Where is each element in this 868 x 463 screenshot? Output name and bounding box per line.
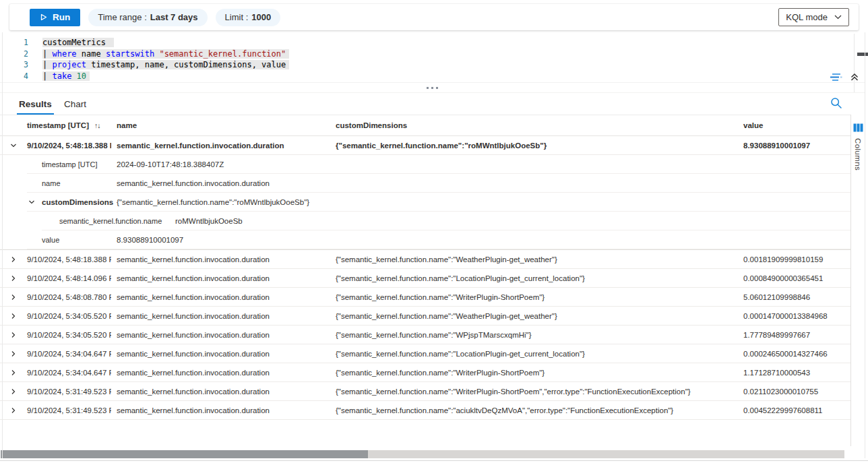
editor-line-number: 3 xyxy=(0,60,28,69)
detail-label: timestamp [UTC] xyxy=(42,155,98,174)
run-button[interactable]: Run xyxy=(30,9,80,26)
cell-value: 1.77789489997667 xyxy=(738,331,850,339)
table-row[interactable]: 9/10/2024, 5:48:14.096 PM semantic_kerne… xyxy=(0,269,850,288)
detail-label: name xyxy=(42,174,61,193)
chevron-right-icon xyxy=(10,369,17,376)
column-header-value[interactable]: value xyxy=(738,121,850,129)
cell-customdimensions: {"semantic_kernel.function.name":"Weathe… xyxy=(330,255,738,264)
horizontal-scrollbar[interactable] xyxy=(1,450,844,458)
cell-timestamp: 9/10/2024, 5:48:08.780 PM xyxy=(27,293,111,301)
table-row[interactable]: 9/10/2024, 5:34:04.647 PM semantic_kerne… xyxy=(0,344,850,363)
editor-line-number: 4 xyxy=(0,71,28,81)
time-range-label: Time range : xyxy=(98,12,147,22)
cell-timestamp: 9/10/2024, 5:31:49.523 PM xyxy=(27,406,111,414)
table-row[interactable]: 9/10/2024, 5:34:05.520 PM semantic_kerne… xyxy=(0,326,850,344)
horizontal-scrollbar-thumb[interactable] xyxy=(1,450,368,458)
editor-line[interactable]: 1customMetrics xyxy=(0,37,854,49)
table-row[interactable]: 9/10/2024, 5:34:05.520 PM semantic_kerne… xyxy=(0,307,850,326)
expand-row-chevron[interactable] xyxy=(0,332,27,338)
table-row[interactable]: 9/10/2024, 5:48:08.780 PM semantic_kerne… xyxy=(0,288,850,307)
expand-row-chevron[interactable] xyxy=(0,369,27,376)
chevron-down-icon xyxy=(834,15,842,20)
limit-picker[interactable]: Limit : 1000 xyxy=(216,9,281,26)
page-bottom-border xyxy=(0,460,868,461)
cell-timestamp: 9/10/2024, 5:31:49.523 PM xyxy=(27,388,111,396)
editor-code: customMetrics xyxy=(42,38,114,47)
collapse-editor-button[interactable] xyxy=(848,71,861,83)
detail-label: semantic_kernel.function.name xyxy=(59,212,162,230)
column-header-name[interactable]: name xyxy=(111,121,330,129)
column-header-timestamp[interactable]: timestamp [UTC] ↑↓ xyxy=(27,121,111,129)
editor-line[interactable]: 2| where name startswith "semantic_kerne… xyxy=(0,49,854,60)
table-row[interactable]: 9/10/2024, 5:48:18.388 PM semantic_kerne… xyxy=(0,250,850,269)
limit-value: 1000 xyxy=(251,12,271,22)
editor-scrollbar-thumb[interactable] xyxy=(857,53,868,56)
editor-code: | take 10 xyxy=(42,71,90,81)
expand-row-chevron[interactable] xyxy=(0,256,27,263)
sort-arrows-icon[interactable]: ↑↓ xyxy=(94,121,100,129)
detail-row-value: value 8.93088910001097 xyxy=(0,230,850,249)
time-range-picker[interactable]: Time range : Last 7 days xyxy=(88,9,207,26)
logs-query-page: Run Time range : Last 7 days Limit : 100… xyxy=(0,0,868,463)
cell-value: 0.00452229997608811 xyxy=(738,406,850,414)
play-icon xyxy=(40,13,47,21)
collapse-row-chevron[interactable] xyxy=(0,142,27,149)
cell-customdimensions: {"semantic_kernel.function.name":"WPjspT… xyxy=(330,331,738,339)
columns-panel-label: Columns xyxy=(854,138,862,171)
detail-label: value xyxy=(42,230,59,249)
table-row[interactable]: 9/10/2024, 5:31:49.523 PM semantic_kerne… xyxy=(0,382,850,401)
cell-customdimensions: {"semantic_kernel.function.name":"roMWnt… xyxy=(330,142,738,150)
editor-line[interactable]: 4| take 10 xyxy=(0,71,854,82)
cell-timestamp: 9/10/2024, 5:34:04.647 PM xyxy=(27,350,111,358)
editor-line[interactable]: 3| project timestamp, name, customDimens… xyxy=(0,59,854,71)
detail-value: 2024-09-10T17:48:18.388407Z xyxy=(117,155,224,174)
expand-row-chevron[interactable] xyxy=(0,294,27,301)
table-row[interactable]: 9/10/2024, 5:31:49.523 PM semantic_kerne… xyxy=(0,401,850,420)
table-row[interactable]: 9/10/2024, 5:34:04.647 PM semantic_kerne… xyxy=(0,363,850,382)
cell-name: semantic_kernel.function.invocation.dura… xyxy=(111,369,330,377)
detail-row-customdimensions[interactable]: customDimensions {"semantic_kernel.funct… xyxy=(0,193,850,212)
tab-chart[interactable]: Chart xyxy=(64,93,86,115)
cell-value: 0.00084900000365451 xyxy=(738,274,850,282)
limit-label: Limit : xyxy=(225,12,249,22)
chevron-right-icon xyxy=(10,256,17,263)
column-header-customdimensions[interactable]: customDimensions xyxy=(330,121,738,129)
cell-value: 0.00181909999810159 xyxy=(738,255,850,264)
columns-panel-toggle[interactable]: Columns xyxy=(850,115,865,446)
chevron-right-icon xyxy=(10,388,17,395)
editor-results-splitter[interactable] xyxy=(0,82,865,93)
cell-value: 1.17128710000543 xyxy=(738,369,850,377)
kql-editor[interactable]: 1customMetrics 2| where name startswith … xyxy=(0,34,854,82)
cell-name: semantic_kernel.function.invocation.dura… xyxy=(111,274,330,282)
expand-row-chevron[interactable] xyxy=(0,350,27,357)
cell-customdimensions: {"semantic_kernel.function.name":"Locati… xyxy=(330,350,738,358)
format-query-button[interactable] xyxy=(828,71,844,83)
cell-timestamp: 9/10/2024, 5:48:18.388 PM xyxy=(27,255,111,264)
tab-results[interactable]: Results xyxy=(19,93,52,115)
editor-code: | where name startswith "semantic_kernel… xyxy=(42,49,289,59)
detail-value: {"semantic_kernel.function.name":"roMWnt… xyxy=(117,193,309,212)
chevron-down-icon[interactable] xyxy=(28,199,35,206)
cell-name: semantic_kernel.function.invocation.dura… xyxy=(111,350,330,358)
splitter-handle-icon xyxy=(427,87,429,89)
results-grid: timestamp [UTC] ↑↓ name customDimensions… xyxy=(0,115,850,420)
expand-row-chevron[interactable] xyxy=(0,275,27,282)
expand-row-chevron[interactable] xyxy=(0,407,27,414)
expand-row-chevron[interactable] xyxy=(0,313,27,319)
kql-mode-label: KQL mode xyxy=(786,12,828,22)
search-results-button[interactable] xyxy=(830,97,842,111)
rows-host: 9/10/2024, 5:48:18.388 PM semantic_kerne… xyxy=(0,250,850,420)
cell-name: semantic_kernel.function.invocation.dura… xyxy=(111,142,330,150)
cell-name: semantic_kernel.function.invocation.dura… xyxy=(111,406,330,414)
editor-line-number: 1 xyxy=(0,38,28,47)
cell-customdimensions: {"semantic_kernel.function.name":"aciukl… xyxy=(330,406,738,414)
detail-value: roMWntlbjukOoeSb xyxy=(175,212,243,230)
cell-customdimensions: {"semantic_kernel.function.name":"Writer… xyxy=(330,388,738,396)
cell-customdimensions: {"semantic_kernel.function.name":"Weathe… xyxy=(330,312,738,320)
cell-value: 8.93088910001097 xyxy=(738,142,850,150)
chevron-down-icon xyxy=(10,142,17,149)
expand-row-chevron[interactable] xyxy=(0,388,27,395)
cell-value: 0.0211023000010755 xyxy=(738,388,850,396)
kql-mode-dropdown[interactable]: KQL mode xyxy=(778,8,849,26)
table-row-expanded[interactable]: 9/10/2024, 5:48:18.388 PM semantic_kerne… xyxy=(0,136,850,155)
